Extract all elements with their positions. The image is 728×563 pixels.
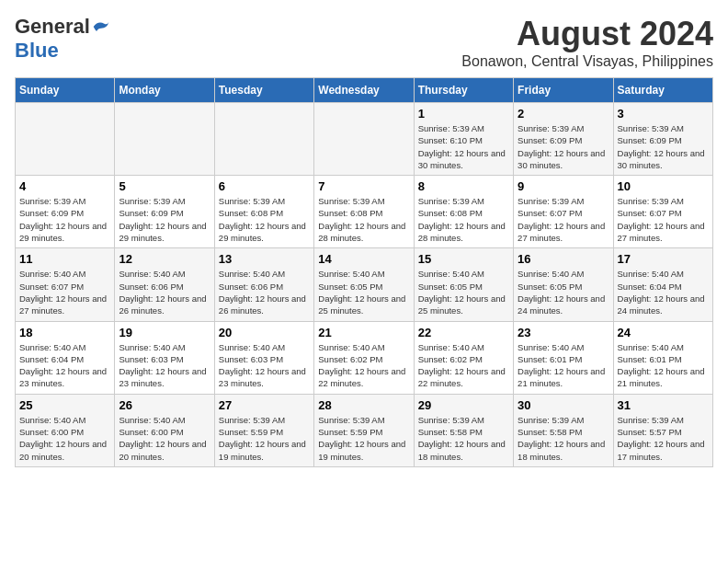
day-number: 31 [618,398,709,412]
day-number: 25 [19,398,110,412]
day-number: 24 [618,326,709,339]
calendar-day-cell: 31Sunrise: 5:39 AM Sunset: 5:57 PM Dayli… [613,394,712,466]
calendar-day-cell: 11Sunrise: 5:40 AM Sunset: 6:07 PM Dayli… [16,248,115,321]
calendar-day-cell: 19Sunrise: 5:40 AM Sunset: 6:03 PM Dayli… [115,321,214,394]
day-info: Sunrise: 5:39 AM Sunset: 5:59 PM Dayligh… [318,414,409,463]
calendar-day-cell: 26Sunrise: 5:40 AM Sunset: 6:00 PM Dayli… [115,394,214,466]
day-number: 7 [318,179,409,193]
day-info: Sunrise: 5:39 AM Sunset: 6:09 PM Dayligh… [19,195,110,244]
day-number: 23 [518,326,609,339]
day-info: Sunrise: 5:40 AM Sunset: 6:04 PM Dayligh… [618,268,709,316]
calendar-week-row: 18Sunrise: 5:40 AM Sunset: 6:04 PM Dayli… [16,321,713,394]
calendar-day-cell: 17Sunrise: 5:40 AM Sunset: 6:04 PM Dayli… [613,248,712,321]
day-number: 11 [19,252,110,266]
day-info: Sunrise: 5:40 AM Sunset: 6:05 PM Dayligh… [318,268,409,316]
calendar-day-cell: 29Sunrise: 5:39 AM Sunset: 5:58 PM Dayli… [414,394,513,466]
day-info: Sunrise: 5:40 AM Sunset: 6:05 PM Dayligh… [418,268,509,316]
day-number: 8 [418,179,509,193]
calendar-table: SundayMondayTuesdayWednesdayThursdayFrid… [15,77,713,467]
day-info: Sunrise: 5:40 AM Sunset: 6:04 PM Dayligh… [19,341,110,390]
day-number: 28 [318,398,409,412]
calendar-day-cell [314,103,414,176]
day-number: 17 [618,252,709,266]
day-number: 6 [219,179,310,193]
day-number: 2 [518,107,609,121]
calendar-header-row: SundayMondayTuesdayWednesdayThursdayFrid… [16,78,713,103]
day-info: Sunrise: 5:39 AM Sunset: 6:09 PM Dayligh… [119,195,210,244]
day-info: Sunrise: 5:40 AM Sunset: 6:00 PM Dayligh… [19,414,110,463]
day-info: Sunrise: 5:39 AM Sunset: 6:07 PM Dayligh… [618,195,709,244]
calendar-day-cell: 21Sunrise: 5:40 AM Sunset: 6:02 PM Dayli… [314,321,414,394]
day-number: 10 [618,179,709,193]
calendar-day-cell [115,103,214,176]
day-number: 13 [219,252,310,266]
day-info: Sunrise: 5:39 AM Sunset: 5:59 PM Dayligh… [219,414,310,463]
logo-blue-text: Blue [15,39,59,63]
page-title: August 2024 [461,15,713,53]
day-number: 21 [318,326,409,339]
weekday-header: Sunday [16,78,115,103]
day-info: Sunrise: 5:39 AM Sunset: 6:08 PM Dayligh… [219,195,310,244]
day-info: Sunrise: 5:39 AM Sunset: 5:57 PM Dayligh… [618,414,709,463]
day-number: 15 [418,252,509,266]
calendar-day-cell: 4Sunrise: 5:39 AM Sunset: 6:09 PM Daylig… [16,176,115,248]
calendar-week-row: 1Sunrise: 5:39 AM Sunset: 6:10 PM Daylig… [16,103,713,176]
calendar-week-row: 4Sunrise: 5:39 AM Sunset: 6:09 PM Daylig… [16,176,713,248]
calendar-day-cell: 27Sunrise: 5:39 AM Sunset: 5:59 PM Dayli… [214,394,313,466]
page-header: General Blue August 2024 Bonawon, Centra… [15,15,713,70]
calendar-day-cell: 3Sunrise: 5:39 AM Sunset: 6:09 PM Daylig… [613,103,712,176]
weekday-header: Wednesday [314,78,414,103]
calendar-day-cell: 10Sunrise: 5:39 AM Sunset: 6:07 PM Dayli… [613,176,712,248]
calendar-day-cell: 20Sunrise: 5:40 AM Sunset: 6:03 PM Dayli… [214,321,313,394]
calendar-day-cell: 12Sunrise: 5:40 AM Sunset: 6:06 PM Dayli… [115,248,214,321]
calendar-day-cell: 2Sunrise: 5:39 AM Sunset: 6:09 PM Daylig… [514,103,613,176]
day-info: Sunrise: 5:40 AM Sunset: 6:00 PM Dayligh… [119,414,210,463]
calendar-week-row: 25Sunrise: 5:40 AM Sunset: 6:00 PM Dayli… [16,394,713,466]
calendar-day-cell: 23Sunrise: 5:40 AM Sunset: 6:01 PM Dayli… [514,321,613,394]
day-number: 22 [418,326,509,339]
day-number: 26 [119,398,210,412]
day-info: Sunrise: 5:40 AM Sunset: 6:06 PM Dayligh… [119,268,210,316]
calendar-day-cell: 7Sunrise: 5:39 AM Sunset: 6:08 PM Daylig… [314,176,414,248]
calendar-day-cell: 6Sunrise: 5:39 AM Sunset: 6:08 PM Daylig… [214,176,313,248]
calendar-body: 1Sunrise: 5:39 AM Sunset: 6:10 PM Daylig… [16,103,713,467]
day-number: 27 [219,398,310,412]
calendar-day-cell: 13Sunrise: 5:40 AM Sunset: 6:06 PM Dayli… [214,248,313,321]
weekday-header: Thursday [414,78,513,103]
title-block: August 2024 Bonawon, Central Visayas, Ph… [461,15,713,70]
calendar-day-cell [214,103,313,176]
day-info: Sunrise: 5:39 AM Sunset: 6:07 PM Dayligh… [518,195,609,244]
day-number: 16 [518,252,609,266]
calendar-week-row: 11Sunrise: 5:40 AM Sunset: 6:07 PM Dayli… [16,248,713,321]
logo: General Blue [15,15,110,63]
day-number: 1 [418,107,509,121]
logo-general-text: General [15,15,90,39]
logo-bird-icon [92,18,110,35]
day-number: 19 [119,326,210,339]
calendar-day-cell [16,103,115,176]
calendar-day-cell: 14Sunrise: 5:40 AM Sunset: 6:05 PM Dayli… [314,248,414,321]
day-info: Sunrise: 5:40 AM Sunset: 6:02 PM Dayligh… [418,341,509,390]
day-info: Sunrise: 5:39 AM Sunset: 6:09 PM Dayligh… [518,122,609,171]
calendar-day-cell: 24Sunrise: 5:40 AM Sunset: 6:01 PM Dayli… [613,321,712,394]
day-info: Sunrise: 5:39 AM Sunset: 5:58 PM Dayligh… [518,414,609,463]
day-info: Sunrise: 5:40 AM Sunset: 6:01 PM Dayligh… [518,341,609,390]
day-number: 9 [518,179,609,193]
day-number: 4 [19,179,110,193]
day-info: Sunrise: 5:39 AM Sunset: 6:10 PM Dayligh… [418,122,509,171]
day-number: 20 [219,326,310,339]
day-info: Sunrise: 5:39 AM Sunset: 6:08 PM Dayligh… [318,195,409,244]
day-number: 5 [119,179,210,193]
day-info: Sunrise: 5:40 AM Sunset: 6:06 PM Dayligh… [219,268,310,316]
day-info: Sunrise: 5:40 AM Sunset: 6:03 PM Dayligh… [119,341,210,390]
calendar-day-cell: 15Sunrise: 5:40 AM Sunset: 6:05 PM Dayli… [414,248,513,321]
calendar-day-cell: 1Sunrise: 5:39 AM Sunset: 6:10 PM Daylig… [414,103,513,176]
calendar-day-cell: 18Sunrise: 5:40 AM Sunset: 6:04 PM Dayli… [16,321,115,394]
day-info: Sunrise: 5:39 AM Sunset: 6:09 PM Dayligh… [618,122,709,171]
day-info: Sunrise: 5:40 AM Sunset: 6:05 PM Dayligh… [518,268,609,316]
calendar-day-cell: 22Sunrise: 5:40 AM Sunset: 6:02 PM Dayli… [414,321,513,394]
day-number: 14 [318,252,409,266]
weekday-header: Monday [115,78,214,103]
calendar-day-cell: 30Sunrise: 5:39 AM Sunset: 5:58 PM Dayli… [514,394,613,466]
calendar-day-cell: 5Sunrise: 5:39 AM Sunset: 6:09 PM Daylig… [115,176,214,248]
